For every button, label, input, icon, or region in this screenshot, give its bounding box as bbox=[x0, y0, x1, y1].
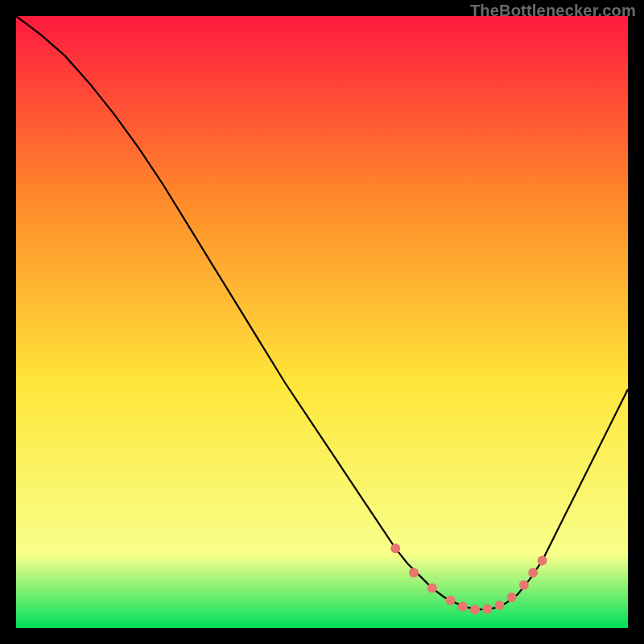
marker-point bbox=[470, 605, 480, 614]
marker-point bbox=[482, 604, 492, 613]
marker-point bbox=[519, 580, 529, 590]
marker-point bbox=[507, 592, 517, 602]
marker-point bbox=[446, 596, 456, 605]
marker-point bbox=[528, 568, 538, 578]
marker-point bbox=[458, 601, 468, 611]
marker-point bbox=[494, 601, 504, 610]
chart-frame: TheBottlenecker.com bbox=[0, 0, 644, 644]
marker-point bbox=[390, 543, 400, 553]
marker-point bbox=[427, 584, 437, 593]
marker-point bbox=[538, 555, 547, 565]
marker-point bbox=[409, 568, 419, 578]
gradient-background bbox=[16, 16, 628, 628]
watermark-text: TheBottlenecker.com bbox=[470, 2, 636, 20]
chart-svg bbox=[16, 16, 628, 628]
plot-area bbox=[16, 16, 628, 628]
